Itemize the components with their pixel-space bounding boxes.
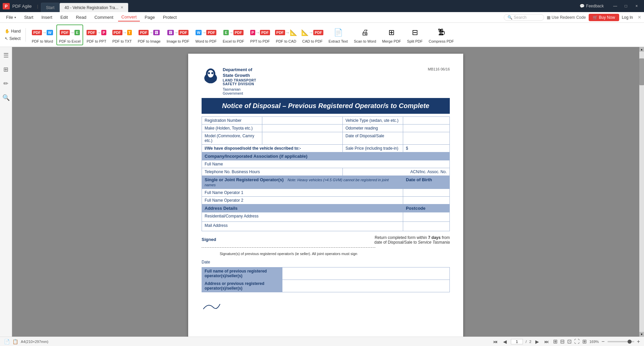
- feedback-button[interactable]: 💬 Feedback: [580, 4, 604, 8]
- pdf-icon: PDF: [87, 30, 97, 35]
- buy-now-button[interactable]: 🛒 Buy Now: [589, 14, 619, 21]
- use-redeem-button[interactable]: ▦ Use Redeem Code: [547, 15, 586, 20]
- split-icon: ⊟: [412, 28, 418, 37]
- pdf-icon: PDF: [233, 30, 244, 35]
- arrow-icon: →: [174, 30, 178, 35]
- pdf-icon: PDF: [178, 30, 189, 35]
- titlebar: P PDF Agile | Start 40 - Vehicle Registr…: [0, 0, 644, 12]
- restore-button[interactable]: □: [621, 3, 631, 9]
- pdf-to-txt-button[interactable]: PDF → T PDF to TXT: [110, 24, 135, 45]
- tab-close-icon[interactable]: ✕: [120, 5, 123, 10]
- search-input[interactable]: 🔍 Search: [504, 14, 544, 21]
- hand-icon: ✋: [5, 29, 10, 34]
- pdf-icon: PDF: [112, 30, 122, 35]
- arrow-icon: →: [285, 30, 290, 35]
- pdf-to-cad-button[interactable]: PDF → 📐 PDF to CAD: [273, 24, 299, 45]
- arrow-icon: →: [309, 30, 313, 35]
- pdf-icon: PDF: [139, 30, 149, 35]
- scan-to-word-button[interactable]: 🖨 Scan to Word: [351, 24, 379, 45]
- menubar: File ▾ Start Insert Edit Read Comment Co…: [0, 12, 644, 23]
- feedback-icon: 💬: [580, 4, 585, 8]
- excel-icon: E: [223, 30, 228, 35]
- toolbar: ✋ Hand ↖ Select PDF → W PDF to Word PDF …: [0, 23, 644, 47]
- pdf-to-word-button[interactable]: PDF → W PDF to Word: [29, 24, 56, 45]
- pdf-icon: PDF: [275, 30, 285, 35]
- menu-read[interactable]: Read: [72, 13, 90, 21]
- tab-start-label: Start: [46, 5, 54, 10]
- compress-pdf-button[interactable]: 🗜 Compress PDF: [426, 24, 457, 45]
- pdf-to-image-button[interactable]: PDF → 🖼 PDF to Image: [135, 24, 163, 45]
- cursor-icon: ↖: [5, 36, 8, 41]
- pdf-icon: PDF: [32, 30, 42, 35]
- pdf-icon: PDF: [60, 30, 70, 35]
- img-icon: 🖼: [167, 30, 174, 35]
- menu-protect[interactable]: Protect: [160, 13, 180, 21]
- ppt-icon: P: [101, 30, 106, 35]
- arrow-icon: →: [255, 30, 260, 35]
- arrow-icon: →: [42, 30, 47, 35]
- cad-icon: 📐: [290, 29, 297, 36]
- menu-file[interactable]: File ▾: [3, 13, 19, 21]
- arrow-icon: →: [70, 30, 74, 35]
- divider: |: [37, 4, 38, 9]
- ppt-to-pdf-button[interactable]: P → PDF PPT to PDF: [248, 24, 272, 45]
- pdf-icon: PDF: [260, 30, 270, 35]
- menu-edit[interactable]: Edit: [57, 13, 71, 21]
- pdf-to-ppt-button[interactable]: PDF → P PDF to PPT: [84, 24, 109, 45]
- pdf-icon: PDF: [206, 30, 216, 35]
- barcode-icon: ▦: [547, 15, 550, 20]
- menu-insert[interactable]: Insert: [38, 13, 56, 21]
- img-icon: 🖼: [153, 30, 160, 35]
- ppt-icon: P: [250, 30, 255, 35]
- feedback-label: Feedback: [586, 4, 604, 8]
- cad-icon: 📐: [301, 29, 309, 36]
- excel-to-pdf-button[interactable]: E → PDF Excel to PDF: [220, 24, 247, 45]
- word-icon: W: [47, 30, 53, 35]
- split-pdf-button[interactable]: ⊟ Split PDF: [405, 24, 425, 45]
- cad-to-pdf-button[interactable]: 📐 → PDF CAD to PDF: [300, 24, 325, 45]
- word-icon: W: [196, 30, 202, 35]
- txt-icon: T: [127, 30, 132, 35]
- image-to-pdf-button[interactable]: 🖼 → PDF Image to PDF: [164, 24, 192, 45]
- compress-icon: 🗜: [438, 28, 445, 37]
- menu-start[interactable]: Start: [21, 13, 37, 21]
- close-menu-icon[interactable]: ✕: [638, 15, 641, 20]
- arrow-icon: →: [202, 30, 206, 35]
- word-to-pdf-button[interactable]: W → PDF Word to PDF: [193, 24, 219, 45]
- tab-document-label: 40 - Vehicle Registration Tra...: [64, 5, 118, 10]
- close-button[interactable]: ×: [632, 3, 641, 9]
- hand-tool-button[interactable]: ✋ Hand: [3, 28, 23, 34]
- select-tool-button[interactable]: ↖ Select: [3, 36, 23, 42]
- pdf-to-excel-button[interactable]: PDF → E PDF to Excel: [56, 24, 83, 45]
- arrow-icon: →: [229, 30, 233, 35]
- log-in-button[interactable]: Log In: [622, 15, 633, 20]
- pdf-icon: PDF: [313, 30, 323, 35]
- scan-icon: 🖨: [361, 28, 369, 37]
- cart-icon: 🛒: [593, 15, 598, 20]
- tabs: Start 40 - Vehicle Registration Tra... ✕: [41, 0, 577, 12]
- arrow-icon: →: [122, 30, 127, 35]
- menu-comment[interactable]: Comment: [91, 13, 116, 21]
- arrow-icon: →: [97, 30, 101, 35]
- excel-icon: E: [74, 30, 79, 35]
- app-title: PDF Agile: [12, 4, 32, 9]
- tab-document[interactable]: 40 - Vehicle Registration Tra... ✕: [59, 3, 128, 12]
- chevron-down-icon: ▾: [14, 16, 16, 19]
- minimize-button[interactable]: —: [610, 3, 620, 9]
- window-controls: — □ ×: [610, 3, 641, 9]
- tool-hand-select: ✋ Hand ↖ Select: [3, 28, 26, 42]
- menu-convert[interactable]: Convert: [118, 13, 140, 21]
- extract-icon: 📄: [334, 28, 343, 37]
- search-icon: 🔍: [507, 15, 513, 20]
- tab-start[interactable]: Start: [41, 3, 59, 12]
- app-icon: P: [3, 3, 10, 9]
- arrow-icon: →: [149, 30, 153, 35]
- merge-pdf-button[interactable]: ⊞ Merge PDF: [379, 24, 404, 45]
- menu-page[interactable]: Page: [141, 13, 158, 21]
- extract-text-button[interactable]: 📄 Extract Text: [326, 24, 351, 45]
- merge-icon: ⊞: [388, 28, 394, 37]
